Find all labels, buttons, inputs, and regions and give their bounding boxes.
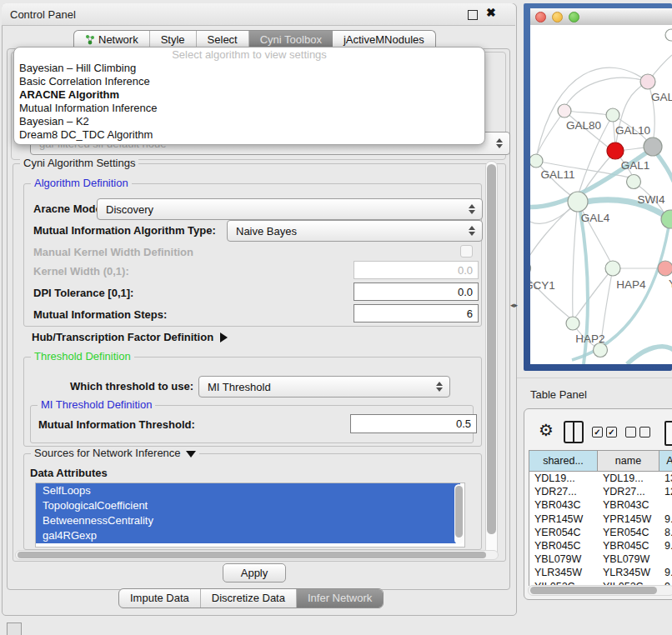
network-edge[interactable] (537, 111, 564, 155)
table-row[interactable]: YBR043CYBR043C (529, 498, 672, 512)
settings-hscrollbar[interactable] (15, 550, 499, 560)
network-node-swi4[interactable] (627, 175, 641, 189)
close-icon[interactable]: ✖ (486, 6, 496, 19)
network-edge[interactable] (537, 68, 648, 154)
zoom-traffic-light-icon[interactable] (569, 12, 579, 22)
network-node-y[interactable] (658, 261, 672, 276)
data-attribute-item[interactable]: TopologicalCoefficient (36, 498, 460, 513)
table-settings-gear-icon[interactable]: ⚙ (539, 422, 554, 438)
table-cell: 12 (659, 485, 672, 498)
network-node-label: GCY1 (530, 279, 555, 292)
table-cell: YLR345W (529, 566, 598, 579)
network-node-label: GAL1 (621, 159, 650, 172)
algorithm-option[interactable]: Mutual Information Inference (14, 102, 484, 115)
network-node-gal4[interactable] (568, 192, 588, 212)
minimize-traffic-light-icon[interactable] (552, 12, 563, 22)
network-node-gal10[interactable] (606, 108, 619, 122)
network-node[interactable] (644, 138, 662, 156)
table-row[interactable]: YBL079WYBL079W (529, 552, 672, 566)
network-node-gcy1[interactable] (530, 262, 531, 276)
table-row[interactable]: YDL19...YDL19...13 (529, 472, 672, 485)
network-node[interactable] (665, 29, 672, 41)
table-header-row: shared...nameA (529, 451, 672, 472)
network-node-hap4[interactable] (605, 261, 620, 276)
table-column-header[interactable]: shared... (529, 451, 598, 471)
table-cell: YER054C (598, 526, 659, 539)
settings-vscrollbar-thumb[interactable] (487, 164, 496, 534)
close-traffic-light-icon[interactable] (535, 12, 546, 22)
table-row[interactable]: YDR27...YDR27...12 (529, 485, 672, 498)
network-node-gal1[interactable] (607, 142, 624, 159)
tab-label: Network (98, 33, 138, 46)
data-attributes-label: Data Attributes (30, 467, 108, 479)
network-node-gal11[interactable] (530, 154, 543, 168)
tab-label: Select (208, 33, 238, 46)
network-edge-thick[interactable] (655, 152, 672, 182)
network-edge[interactable] (530, 202, 578, 263)
algorithm-dropdown-popup: Select algorithm to view settings Bayesi… (13, 47, 485, 145)
select-all-checkboxes-icon[interactable]: ✓✓ (592, 427, 617, 438)
bottom-tab-label: Discretize Data (212, 592, 285, 604)
table-column-header[interactable]: name (598, 451, 659, 471)
list-vscrollbar[interactable] (454, 484, 464, 544)
which-threshold-combobox[interactable]: MI Threshold (198, 376, 450, 398)
network-edge[interactable] (575, 268, 613, 318)
dpi-tolerance-field[interactable]: 0.0 (354, 282, 479, 301)
network-node-label: GAL11 (540, 168, 574, 181)
table-cell: YDR27... (529, 485, 598, 498)
table-row[interactable]: YER054CYER054C8. (529, 526, 672, 539)
hub-definition-toggle[interactable]: Hub/Transcription Factor Definition (32, 331, 228, 343)
dock-panel-icon[interactable] (7, 622, 22, 635)
deselect-all-checkboxes-icon[interactable] (625, 427, 650, 438)
mi-steps-field[interactable]: 6 (354, 304, 479, 322)
screen: Control Panel ✖ NetworkStyleSelectCyni T… (0, 0, 672, 635)
network-edge[interactable] (573, 202, 578, 317)
kernel-width-field[interactable]: 0.0 (354, 261, 479, 279)
manual-kernel-checkbox[interactable] (460, 245, 473, 258)
table-row[interactable]: YBR045CYBR045C9. (529, 539, 672, 552)
float-window-icon[interactable] (468, 10, 478, 20)
table-hscrollbar-thumb[interactable] (530, 587, 657, 594)
mi-type-label: Mutual Information Algorithm Type: (33, 224, 216, 237)
control-panel-titlebar[interactable] (2, 3, 515, 26)
data-attribute-item[interactable]: BetweennessCentrality (36, 513, 460, 528)
algorithm-option[interactable]: Bayesian – Hill Climbing (14, 62, 484, 75)
mi-type-combobox[interactable]: Naive Bayes (227, 220, 483, 242)
algorithm-definition-title: Algorithm Definition (31, 177, 132, 189)
network-canvas[interactable]: GAL7GAL80GAL10GAL1GAL11SWI4GAL4GCY1HAP4Y… (530, 25, 672, 364)
table-hscrollbar[interactable] (528, 585, 672, 596)
table-row[interactable]: YLR345WYLR345W9. (529, 566, 672, 579)
sources-title-row[interactable]: Sources for Network Inference (31, 447, 199, 459)
algorithm-option[interactable]: ARACNE Algorithm (14, 88, 484, 102)
table-cell (659, 552, 672, 566)
new-table-icon[interactable] (664, 421, 672, 446)
column-layout-icon[interactable] (564, 421, 584, 443)
table-row[interactable]: YPR145WYPR145W9. (529, 512, 672, 526)
combo-stepper-icon (496, 138, 503, 149)
algorithm-option[interactable]: Bayesian – K2 (14, 115, 484, 128)
data-attribute-item[interactable]: SelfLoops (36, 483, 460, 498)
mi-threshold-field[interactable]: 0.5 (350, 414, 477, 433)
network-node-gal80[interactable] (558, 104, 571, 118)
settings-vscrollbar[interactable] (485, 161, 498, 559)
network-node-gal7[interactable] (640, 74, 655, 89)
cyni-bottom-tabs: Impute DataDiscretize DataInfer Network (118, 588, 384, 608)
bottom-tab-infer-network[interactable]: Infer Network (297, 589, 383, 608)
list-vscrollbar-thumb[interactable] (455, 486, 463, 538)
algorithm-option[interactable]: Dream8 DC_TDC Algorithm (14, 128, 484, 142)
bottom-tab-discretize-data[interactable]: Discretize Data (201, 589, 297, 608)
splitter-handle[interactable]: ◂▸ (510, 301, 518, 309)
algorithm-option[interactable]: Basic Correlation Inference (14, 75, 484, 88)
network-node[interactable] (594, 343, 608, 358)
aracne-mode-combobox[interactable]: Discovery (97, 198, 483, 220)
network-node-hap2[interactable] (566, 317, 579, 330)
table-cell: YPR145W (598, 512, 659, 526)
bottom-tab-impute-data[interactable]: Impute Data (119, 589, 201, 608)
settings-hscrollbar-thumb[interactable] (18, 552, 486, 558)
network-edge-thick[interactable] (627, 347, 672, 364)
mi-threshold-group-title: MI Threshold Definition (38, 398, 155, 411)
data-attributes-list[interactable]: SelfLoopsTopologicalCoefficientBetweenne… (35, 482, 465, 548)
table-column-header[interactable]: A (659, 451, 672, 471)
apply-button[interactable]: Apply (223, 563, 286, 582)
data-attribute-item[interactable]: gal4RGexp (36, 528, 460, 543)
